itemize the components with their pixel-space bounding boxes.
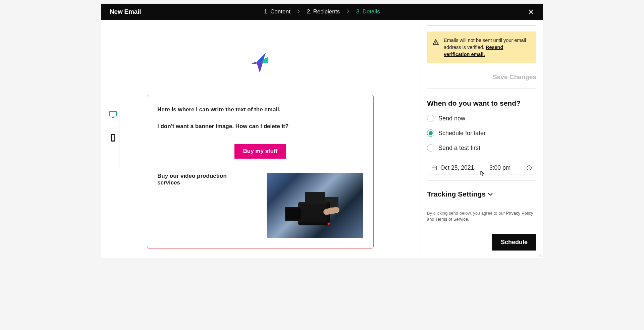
modal-body: Here is where I can write the text of th…	[101, 20, 543, 258]
email-body-card[interactable]: Here is where I can write the text of th…	[147, 95, 374, 249]
time-value: 3:00 pm	[489, 164, 511, 171]
save-row: Save Changes	[427, 73, 536, 81]
privacy-policy-link[interactable]: Privacy Policy	[506, 211, 533, 216]
legal-text: By clicking send below, you agree to our…	[427, 210, 536, 222]
legal-prefix: By clicking send below, you agree to our	[427, 211, 506, 216]
radio-label: Schedule for later	[438, 130, 486, 137]
logo-icon	[248, 49, 273, 75]
terms-of-service-link[interactable]: Terms of Service	[435, 217, 468, 222]
verification-alert: Emails will not be sent until your email…	[427, 32, 536, 63]
desktop-icon	[109, 111, 117, 118]
chevron-right-icon	[346, 9, 350, 15]
resize-handle[interactable]	[538, 253, 542, 257]
tracking-settings-toggle[interactable]: Tracking Settings	[427, 190, 536, 198]
cta-button[interactable]: Buy my stuff	[234, 144, 286, 159]
radio-label: Send now	[438, 115, 465, 122]
mobile-preview-button[interactable]	[107, 132, 119, 144]
date-value: Oct 25, 2021	[440, 164, 474, 171]
email-row-2: Buy our video production services	[157, 173, 363, 238]
email-paragraph-2: I don't want a banner image. How can I d…	[157, 122, 363, 131]
close-button[interactable]	[526, 7, 536, 16]
radio-schedule-later[interactable]: Schedule for later	[427, 129, 536, 137]
save-changes-button[interactable]: Save Changes	[493, 73, 536, 81]
radio-send-test[interactable]: Send a test first	[427, 144, 536, 152]
modal-header: New Email 1. Content 2. Recipients 3. De…	[101, 4, 543, 20]
sidebar-footer: Schedule	[427, 226, 536, 258]
email-preview: Here is where I can write the text of th…	[147, 20, 374, 258]
radio-icon	[427, 129, 434, 137]
datetime-row: Oct 25, 2021 3:00 pm	[427, 161, 536, 174]
svg-point-6	[435, 44, 436, 44]
legal-and: and	[427, 217, 435, 222]
calendar-icon	[431, 165, 437, 171]
new-email-modal: New Email 1. Content 2. Recipients 3. De…	[101, 4, 543, 258]
mobile-icon	[109, 134, 117, 142]
schedule-button[interactable]: Schedule	[492, 234, 536, 251]
warning-icon	[432, 39, 439, 46]
alert-text: Emails will not be sent until your email…	[444, 38, 526, 50]
divider	[427, 88, 536, 89]
radio-icon	[427, 144, 434, 152]
step-content[interactable]: 1. Content	[264, 8, 290, 15]
date-picker[interactable]: Oct 25, 2021	[427, 161, 479, 174]
tracking-label: Tracking Settings	[427, 190, 486, 198]
device-toggle	[107, 108, 119, 155]
email-row-2-text: Buy our video production services	[157, 173, 235, 186]
step-details[interactable]: 3. Details	[356, 8, 380, 15]
partial-input-field[interactable]	[427, 20, 536, 26]
divider	[427, 180, 536, 181]
svg-rect-0	[110, 111, 116, 116]
wizard-steps: 1. Content 2. Recipients 3. Details	[264, 8, 380, 15]
sidebar-scroll[interactable]: Emails will not be sent until your email…	[427, 20, 536, 226]
radio-icon	[427, 115, 434, 122]
details-sidebar: Emails will not be sent until your email…	[420, 20, 543, 258]
time-picker[interactable]: 3:00 pm	[485, 161, 536, 174]
divider-line	[119, 108, 119, 169]
radio-send-now[interactable]: Send now	[427, 115, 536, 122]
cta-wrapper: Buy my stuff	[157, 144, 363, 159]
chevron-right-icon	[297, 9, 300, 15]
legal-suffix: .	[468, 217, 469, 222]
chevron-down-icon	[488, 192, 493, 196]
desktop-preview-button[interactable]	[107, 108, 119, 120]
email-logo	[248, 49, 273, 75]
step-recipients[interactable]: 2. Recipients	[307, 8, 340, 15]
radio-label: Send a test first	[438, 145, 480, 152]
camera-illustration	[285, 188, 345, 229]
modal-title: New Email	[110, 8, 141, 15]
close-icon	[528, 8, 534, 15]
clock-icon	[526, 165, 532, 171]
svg-rect-7	[432, 166, 436, 170]
when-send-heading: When do you want to send?	[427, 99, 536, 107]
email-row-2-image	[267, 173, 363, 238]
send-options: Send now Schedule for later Send a test …	[427, 115, 536, 152]
email-paragraph-1: Here is where I can write the text of th…	[157, 105, 363, 114]
preview-pane: Here is where I can write the text of th…	[101, 20, 420, 258]
